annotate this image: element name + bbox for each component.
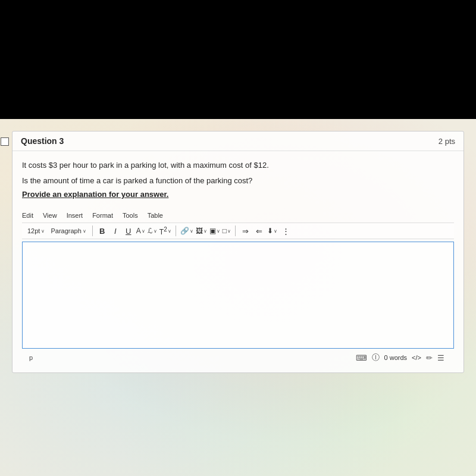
link-btn[interactable]: 🔗 ∨ <box>180 227 193 235</box>
menu-table[interactable]: Table <box>148 212 163 219</box>
question-checkbox[interactable] <box>1 137 9 146</box>
font-size-chevron: ∨ <box>41 228 45 234</box>
media-icon: ▣ <box>209 227 216 235</box>
top-black-area <box>0 0 476 119</box>
link-chevron: ∨ <box>190 228 193 234</box>
more-options-btn[interactable]: ⋮ <box>280 226 292 236</box>
superscript-btn[interactable]: T2 ∨ <box>159 226 171 236</box>
paragraph-value: Paragraph <box>51 227 81 234</box>
ltr-btn[interactable]: ⇒ <box>240 226 251 236</box>
toolbar-divider-3 <box>235 226 236 236</box>
status-bar: ⌨ Ⓘ 0 words </> ✏ ☰ <box>351 350 449 365</box>
paragraph-chevron: ∨ <box>83 228 86 234</box>
highlight-chevron: ∨ <box>154 228 157 234</box>
highlight-icon: ℒ <box>148 227 153 235</box>
question-title: Question 3 <box>21 136 64 146</box>
image-chevron: ∨ <box>203 228 207 234</box>
paragraph-select[interactable]: Paragraph ∨ <box>49 227 87 235</box>
link-icon: 🔗 <box>180 227 189 235</box>
font-color-btn[interactable]: A ∨ <box>136 227 145 235</box>
font-size-select[interactable]: 12pt ∨ <box>26 227 46 235</box>
font-color-chevron: ∨ <box>142 228 145 234</box>
p-label: p <box>27 353 35 362</box>
rtl-btn[interactable]: ⇐ <box>253 226 265 236</box>
menu-insert[interactable]: Insert <box>67 212 83 219</box>
superscript-chevron: ∨ <box>168 228 171 234</box>
question-instruction: Provide an explanation for your answer. <box>22 190 454 199</box>
question-card: Question 3 2 pts It costs $3 per hour to… <box>12 131 464 373</box>
question-text-line1: It costs $3 per hour to park in a parkin… <box>22 159 454 171</box>
menu-view[interactable]: View <box>43 212 57 219</box>
accessibility-icon[interactable]: Ⓘ <box>372 352 380 363</box>
toolbar-divider-1 <box>92 226 93 236</box>
more-btn[interactable]: ⬇ ∨ <box>267 227 277 235</box>
highlight-btn[interactable]: ℒ ∨ <box>148 227 157 235</box>
question-text-line2: Is the amount of time a car is parked a … <box>22 175 454 187</box>
italic-button[interactable]: I <box>110 226 121 236</box>
grid-icon[interactable]: ☰ <box>437 353 444 362</box>
embed-chevron: ∨ <box>227 228 231 234</box>
content-wrapper: Question 3 2 pts It costs $3 per hour to… <box>12 131 464 373</box>
pencil-icon[interactable]: ✏ <box>426 353 433 362</box>
word-count: 0 words <box>384 354 408 361</box>
keyboard-icon[interactable]: ⌨ <box>356 353 367 362</box>
menu-format[interactable]: Format <box>92 212 113 219</box>
font-size-value: 12pt <box>27 227 40 234</box>
font-color-icon: A <box>136 227 141 235</box>
question-points: 2 pts <box>439 137 455 146</box>
superscript-icon: T2 <box>159 226 167 236</box>
answer-text-area[interactable] <box>22 242 454 349</box>
editor-toolbar: 12pt ∨ Paragraph ∨ B I U A ∨ <box>22 223 454 239</box>
media-chevron: ∨ <box>217 228 220 234</box>
bold-button[interactable]: B <box>97 226 108 236</box>
media-btn[interactable]: ▣ ∨ <box>209 227 220 235</box>
bottom-row: p ⌨ Ⓘ 0 words </> ✏ ☰ <box>22 349 454 367</box>
question-header: Question 3 2 pts <box>12 131 464 151</box>
code-view-btn[interactable]: </> <box>412 354 421 361</box>
embed-btn[interactable]: □ ∨ <box>223 227 231 235</box>
embed-icon: □ <box>223 227 227 235</box>
image-icon: 🖼 <box>196 227 203 235</box>
image-btn[interactable]: 🖼 ∨ <box>196 227 207 235</box>
editor-menu-bar: Edit View Insert Format Tools Table <box>22 211 454 220</box>
underline-button[interactable]: U <box>123 226 134 236</box>
more-chevron: ∨ <box>274 228 277 234</box>
toolbar-divider-2 <box>176 226 176 236</box>
menu-edit[interactable]: Edit <box>22 212 33 219</box>
question-body: It costs $3 per hour to park in a parkin… <box>12 151 464 211</box>
editor-section: Edit View Insert Format Tools Table 12pt… <box>12 211 464 372</box>
more-icon: ⬇ <box>267 227 273 235</box>
menu-tools[interactable]: Tools <box>123 212 138 219</box>
page-area: Question 3 2 pts It costs $3 per hour to… <box>0 119 476 476</box>
